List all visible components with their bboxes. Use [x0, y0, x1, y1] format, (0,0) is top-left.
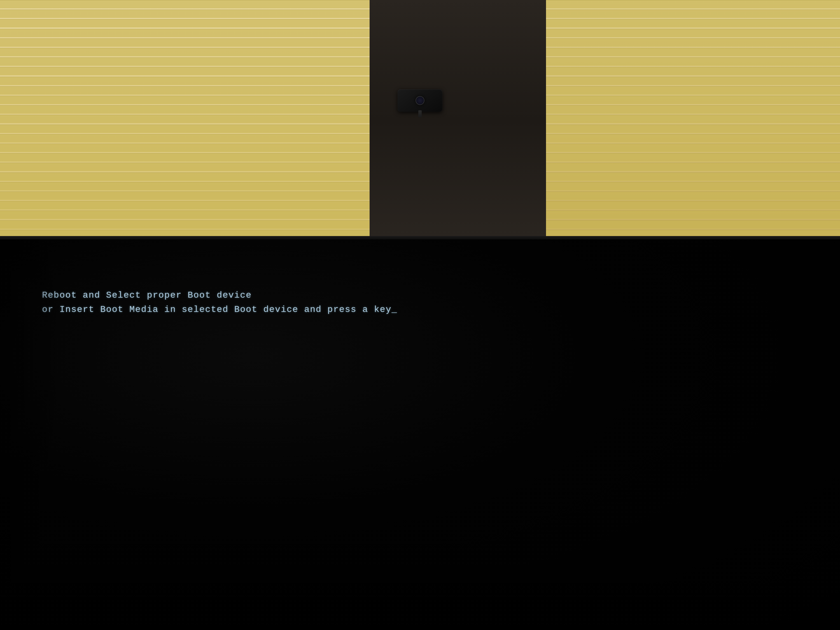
- blind-slat: [546, 48, 840, 56]
- blind-slat: [0, 67, 369, 75]
- blind-slat: [546, 210, 840, 219]
- blind-slat: [546, 220, 840, 229]
- scene: Reboot and Select proper Boot device or …: [0, 0, 840, 630]
- blind-slat: [0, 153, 369, 161]
- webcam-area: [344, 29, 496, 172]
- blind-slat: [546, 115, 840, 123]
- blind-slat: [0, 29, 369, 37]
- blind-slat: [0, 48, 369, 56]
- blind-slat: [546, 0, 840, 8]
- blind-slat: [0, 144, 369, 152]
- blind-slat: [0, 105, 369, 114]
- blind-slat: [546, 182, 840, 190]
- blind-slat: [0, 115, 369, 123]
- blind-slat: [0, 77, 369, 85]
- blind-slat: [0, 191, 369, 200]
- blind-slat: [0, 172, 369, 181]
- blind-slat: [546, 172, 840, 181]
- window-blinds-right: [546, 0, 840, 239]
- blind-slat: [0, 9, 369, 18]
- bios-error-line2: or Insert Boot Media in selected Boot de…: [42, 302, 798, 317]
- blind-slat: [0, 163, 369, 171]
- webcam-mount: [418, 111, 422, 117]
- blind-slat: [0, 210, 369, 219]
- blind-slat: [546, 153, 840, 161]
- blind-slat: [546, 144, 840, 152]
- blind-slat: [0, 38, 369, 47]
- monitor-top-bezel: [0, 236, 840, 239]
- blind-slat: [546, 96, 840, 104]
- blind-slat: [546, 86, 840, 95]
- blind-slat: [0, 57, 369, 66]
- blind-slat: [546, 77, 840, 85]
- blind-slat: [0, 134, 369, 142]
- blind-slat: [546, 57, 840, 66]
- room-background: [0, 0, 840, 239]
- monitor-screen: Reboot and Select proper Boot device or …: [0, 239, 840, 630]
- blind-slat: [0, 19, 369, 27]
- blind-slat: [0, 0, 369, 8]
- webcam: [398, 89, 442, 112]
- blind-slat: [546, 201, 840, 210]
- blind-slat: [546, 67, 840, 75]
- blind-slat: [546, 105, 840, 114]
- bios-error-container: Reboot and Select proper Boot device or …: [42, 288, 798, 317]
- blind-slat: [546, 29, 840, 37]
- blind-slat: [546, 163, 840, 171]
- blind-slat: [546, 38, 840, 47]
- blind-slat: [0, 182, 369, 190]
- blind-slat: [546, 19, 840, 27]
- bios-error-line1: Reboot and Select proper Boot device: [42, 288, 798, 302]
- blind-slat: [546, 134, 840, 142]
- blind-slat: [0, 86, 369, 95]
- blind-slat: [0, 96, 369, 104]
- blind-slat: [0, 125, 369, 133]
- blind-slat: [546, 191, 840, 200]
- blind-slat: [0, 201, 369, 210]
- blind-slat: [0, 220, 369, 229]
- window-blinds-left: [0, 0, 369, 239]
- blind-slat: [546, 9, 840, 18]
- blind-slat: [546, 125, 840, 133]
